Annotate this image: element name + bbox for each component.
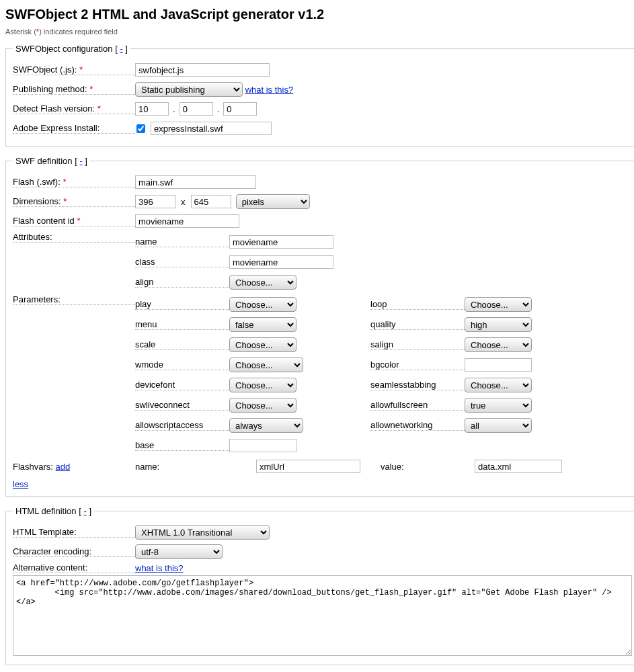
- param-label: wmode: [135, 360, 229, 370]
- param-label: allowscriptaccess: [135, 420, 229, 431]
- publishing-method-label: Publishing method: *: [13, 84, 135, 95]
- attributes-block: name class align Choose...: [135, 232, 333, 292]
- param-salign-select[interactable]: Choose...: [465, 337, 532, 352]
- attr-name-label: name: [135, 237, 229, 247]
- attr-name-input[interactable]: [229, 235, 333, 249]
- note-text: Asterisk (: [5, 28, 36, 36]
- attr-align-select[interactable]: Choose...: [229, 275, 296, 290]
- param-menu-select[interactable]: false: [229, 317, 296, 332]
- param-bgcolor-input[interactable]: [465, 358, 532, 372]
- param-base-input[interactable]: [229, 439, 296, 452]
- flash-minor-input[interactable]: [180, 102, 213, 116]
- param-label: bgcolor: [370, 360, 465, 370]
- attr-class-label: class: [135, 257, 229, 267]
- alt-content-label: Alternative content:: [13, 562, 135, 573]
- param-label: base: [135, 440, 229, 451]
- param-label: devicefont: [135, 380, 229, 390]
- param-scale-select[interactable]: Choose...: [229, 337, 296, 352]
- param-label: scale: [135, 339, 229, 350]
- param-allowscriptaccess-select[interactable]: always: [229, 418, 303, 433]
- param-label: swliveconnect: [135, 400, 229, 411]
- height-input[interactable]: [191, 195, 231, 208]
- content-id-input[interactable]: [135, 214, 239, 228]
- param-label: loop: [370, 299, 465, 310]
- param-devicefont-select[interactable]: Choose...: [229, 378, 296, 392]
- less-link[interactable]: less: [13, 479, 28, 489]
- html-template-label: HTML Template:: [13, 527, 135, 538]
- param-play-select[interactable]: Choose...: [229, 297, 296, 312]
- width-input[interactable]: [135, 195, 175, 208]
- flashvar-value-label: value:: [381, 462, 475, 472]
- param-wmode-select[interactable]: Choose...: [229, 358, 303, 372]
- legend-text: SWF definition: [15, 156, 73, 166]
- param-label: quality: [370, 319, 465, 330]
- swfobject-js-label: SWFObject (.js): *: [13, 65, 135, 75]
- parameters-label: Parameters:: [13, 294, 135, 305]
- express-install-checkbox[interactable]: [136, 124, 145, 133]
- flash-swf-input[interactable]: [135, 175, 256, 189]
- attr-align-label: align: [135, 277, 229, 288]
- flashvar-name-input[interactable]: [256, 460, 360, 473]
- flash-major-input[interactable]: [135, 102, 169, 116]
- legend-text: HTML definition: [15, 506, 77, 516]
- html-definition-legend: HTML definition [ - ]: [13, 506, 94, 516]
- param-allowfullscreen-select[interactable]: true: [465, 398, 532, 413]
- express-install-label: Adobe Express Install:: [13, 123, 135, 134]
- param-allownetworking-select[interactable]: all: [465, 418, 532, 433]
- required-note: Asterisk (*) indicates required field: [5, 28, 634, 36]
- legend-bracket: ]: [123, 44, 128, 54]
- page-title: SWFObject 2 HTML and JavaScript generato…: [5, 7, 634, 22]
- detect-flash-label: Detect Flash version: *: [13, 103, 135, 114]
- content-id-label: Flash content id *: [13, 216, 135, 226]
- param-loop-select[interactable]: Choose...: [465, 297, 532, 312]
- param-label: salign: [370, 339, 465, 350]
- express-install-input[interactable]: [151, 122, 272, 135]
- param-swliveconnect-select[interactable]: Choose...: [229, 398, 296, 413]
- flashvars-add-link[interactable]: add: [56, 462, 71, 472]
- dot: .: [217, 104, 220, 114]
- encoding-select[interactable]: utf-8: [135, 544, 223, 559]
- param-label: seamlesstabbing: [370, 380, 465, 390]
- html-template-select[interactable]: XHTML 1.0 Transitional: [135, 525, 270, 540]
- publishing-method-select[interactable]: Static publishing: [135, 82, 243, 97]
- legend-text: SWFObject configuration: [15, 44, 113, 54]
- encoding-label: Character encoding:: [13, 546, 135, 557]
- what-is-this-link[interactable]: what is this?: [135, 563, 184, 573]
- dimension-unit-select[interactable]: pixels: [236, 194, 310, 209]
- swfobject-js-input[interactable]: [135, 63, 270, 77]
- flash-swf-label: Flash (.swf): *: [13, 177, 135, 187]
- flashvar-value-input[interactable]: [475, 460, 562, 473]
- swf-definition-legend: SWF definition [ - ]: [13, 156, 90, 166]
- param-seamlesstabbing-select[interactable]: Choose...: [465, 378, 532, 392]
- note-text-2: ) indicates required field: [39, 28, 118, 36]
- param-quality-select[interactable]: high: [465, 317, 532, 332]
- swfobject-config-fieldset: SWFObject configuration [ - ] SWFObject …: [5, 44, 634, 146]
- param-label: play: [135, 299, 229, 310]
- alt-content-textarea[interactable]: [13, 575, 632, 656]
- parameters-block: playChoose...loopChoose...menufalsequali…: [135, 294, 606, 456]
- flashvar-name-label: name:: [135, 462, 229, 472]
- dimensions-label: Dimensions: *: [13, 196, 135, 207]
- param-label: allowfullscreen: [370, 400, 465, 411]
- dot: .: [173, 104, 175, 114]
- legend-bracket: ]: [87, 506, 91, 516]
- param-label: allownetworking: [370, 420, 465, 431]
- what-is-this-link[interactable]: what is this?: [245, 85, 294, 95]
- html-definition-fieldset: HTML definition [ - ] HTML Template: XHT…: [5, 506, 634, 665]
- attributes-label: Attributes:: [13, 232, 135, 243]
- flashvars-label: Flashvars: add: [13, 462, 135, 472]
- x-separator: x: [181, 197, 186, 207]
- attr-class-input[interactable]: [229, 255, 333, 269]
- swfobject-config-legend: SWFObject configuration [ - ]: [13, 44, 130, 54]
- legend-bracket: ]: [83, 156, 87, 166]
- param-label: menu: [135, 319, 229, 330]
- flash-rev-input[interactable]: [223, 102, 257, 116]
- swf-definition-fieldset: SWF definition [ - ] Flash (.swf): * Dim…: [5, 156, 634, 497]
